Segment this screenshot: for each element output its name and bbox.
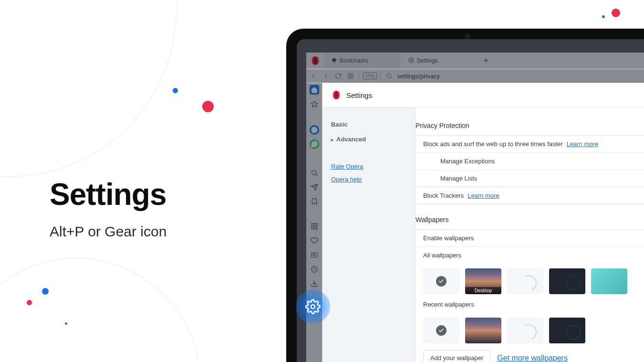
nav-opera-help[interactable]: Opera help xyxy=(331,173,406,186)
speed-dial-icon[interactable] xyxy=(346,72,355,80)
heart-icon xyxy=(331,57,337,64)
svg-marker-7 xyxy=(311,101,317,107)
svg-rect-12 xyxy=(312,224,314,226)
svg-rect-4 xyxy=(351,76,353,78)
check-icon xyxy=(436,276,447,287)
tab-strip: Bookmarks Settings + xyxy=(306,53,644,69)
manage-lists-row[interactable]: Manage Lists xyxy=(415,170,644,187)
dot-decor xyxy=(173,88,178,93)
nav-advanced[interactable]: Advanced xyxy=(331,132,406,147)
gear-icon xyxy=(305,299,321,314)
nav-basic[interactable]: Basic xyxy=(331,117,406,132)
add-wallpaper-button[interactable]: Add your wallpaper xyxy=(423,350,490,362)
block-trackers-label: Block Trackers xyxy=(423,192,464,199)
svg-rect-3 xyxy=(348,76,350,78)
wallpaper-dark[interactable] xyxy=(549,318,585,343)
star-icon[interactable] xyxy=(310,99,319,109)
enable-wallpapers-label: Enable wallpapers xyxy=(423,234,474,242)
wallpaper-dark[interactable] xyxy=(549,268,585,294)
wallpaper-teal[interactable] xyxy=(591,268,627,294)
bookmark-icon[interactable] xyxy=(310,197,319,206)
svg-point-0 xyxy=(411,59,412,61)
promo-subtitle: Alt+P or Gear icon xyxy=(50,224,166,240)
settings-nav: Basic Advanced Rate Opera Opera help xyxy=(322,107,415,362)
wallpaper-none[interactable] xyxy=(423,318,459,343)
enable-wallpapers-row[interactable]: Enable wallpapers xyxy=(415,230,644,246)
settings-content: Privacy Protection Block ads and surf th… xyxy=(415,107,644,362)
tab-label: Bookmarks xyxy=(340,57,368,64)
dot-decor xyxy=(602,15,605,18)
privacy-section-title: Privacy Protection xyxy=(415,122,644,135)
bg-circle-decor xyxy=(0,258,200,362)
address-bar: VPN settings/privacy xyxy=(306,69,644,83)
reload-icon[interactable] xyxy=(334,72,343,80)
svg-rect-2 xyxy=(351,74,353,75)
manage-exceptions-row[interactable]: Manage Exceptions xyxy=(415,152,644,170)
gear-icon xyxy=(408,57,414,64)
nav-forward-icon[interactable] xyxy=(322,72,330,80)
recent-wallpapers-label: Recent wallpapers xyxy=(423,301,474,308)
all-wallpapers-grid: Desktop xyxy=(415,264,644,296)
divider xyxy=(359,72,359,80)
heart-icon[interactable] xyxy=(310,236,319,245)
download-icon[interactable] xyxy=(310,279,319,288)
address-url[interactable]: settings/privacy xyxy=(397,73,440,80)
nav-back-icon[interactable] xyxy=(309,72,318,80)
home-icon[interactable] xyxy=(310,85,319,95)
vpn-badge[interactable]: VPN xyxy=(363,73,377,79)
block-ads-row[interactable]: Block ads and surf the web up to three t… xyxy=(415,136,644,152)
messenger-icon[interactable] xyxy=(310,125,319,135)
laptop-frame: Bookmarks Settings + VPN settings/privac… xyxy=(286,29,644,362)
learn-more-link[interactable]: Learn more xyxy=(567,140,598,148)
dot-decor xyxy=(42,288,49,295)
new-tab-button[interactable]: + xyxy=(479,53,493,68)
settings-page-title: Settings xyxy=(346,91,372,99)
learn-more-link[interactable]: Learn more xyxy=(467,192,499,199)
wallpaper-desktop-label: Desktop xyxy=(465,287,501,294)
opera-menu-button[interactable] xyxy=(310,55,321,66)
get-more-wallpapers-link[interactable]: Get more wallpapers xyxy=(497,354,568,362)
dot-decor xyxy=(65,322,67,325)
block-ads-label: Block ads and surf the web up to three t… xyxy=(423,140,563,148)
wallpaper-desktop[interactable] xyxy=(465,318,501,343)
divider xyxy=(381,72,381,80)
svg-rect-13 xyxy=(315,224,317,226)
all-wallpapers-label: All wallpapers xyxy=(423,252,461,259)
tab-bookmarks[interactable]: Bookmarks xyxy=(324,53,401,68)
tab-label: Settings xyxy=(417,57,437,64)
dot-decor xyxy=(202,101,214,112)
wallpaper-light-wave[interactable] xyxy=(507,318,543,343)
camera-dot xyxy=(466,34,469,38)
block-trackers-row[interactable]: Block Trackers Learn more xyxy=(415,187,644,204)
search-icon[interactable] xyxy=(385,72,394,80)
dot-decor xyxy=(27,300,32,305)
gear-highlight-callout xyxy=(296,289,330,324)
svg-line-6 xyxy=(390,77,392,79)
wallpaper-light-wave[interactable] xyxy=(507,268,543,294)
news-icon[interactable] xyxy=(310,250,319,260)
tab-settings[interactable]: Settings xyxy=(402,53,478,68)
svg-point-21 xyxy=(311,305,315,309)
svg-rect-15 xyxy=(315,227,317,229)
bg-circle-decor xyxy=(0,0,177,177)
wallpaper-none[interactable] xyxy=(423,268,459,294)
svg-point-5 xyxy=(387,74,391,77)
send-icon[interactable] xyxy=(310,182,319,192)
history-icon[interactable] xyxy=(310,265,319,274)
wallpaper-desktop[interactable]: Desktop xyxy=(465,268,501,294)
nav-rate-opera[interactable]: Rate Opera xyxy=(331,160,406,173)
dot-decor xyxy=(612,9,620,17)
opera-logo-icon xyxy=(331,90,342,100)
svg-line-9 xyxy=(316,174,317,176)
svg-point-8 xyxy=(312,170,316,175)
promo-title: Settings xyxy=(50,177,166,212)
wallpapers-section-title: Wallpapers xyxy=(415,216,644,229)
all-wallpapers-block: All wallpapers xyxy=(415,246,644,264)
grid-icon[interactable] xyxy=(310,222,319,231)
whatsapp-icon[interactable] xyxy=(310,139,319,149)
search-icon[interactable] xyxy=(310,168,319,178)
check-icon xyxy=(436,325,447,336)
recent-wallpapers-block: Recent wallpapers xyxy=(415,296,644,313)
svg-rect-14 xyxy=(312,227,314,229)
recent-wallpapers-grid xyxy=(415,313,644,345)
